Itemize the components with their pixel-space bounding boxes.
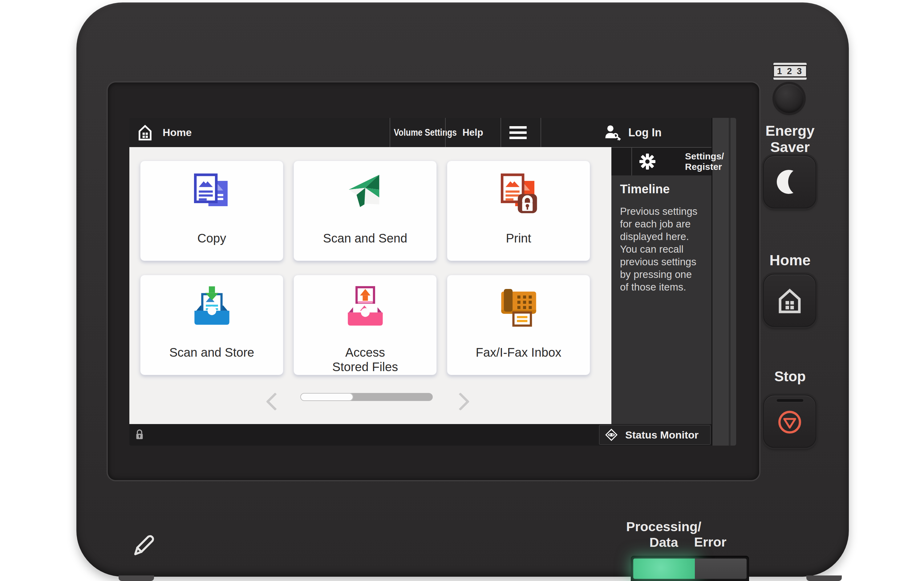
settings-register-button[interactable]: Settings/ Register bbox=[633, 148, 711, 175]
led-strip bbox=[631, 556, 749, 581]
status-monitor-label: Status Monitor bbox=[625, 425, 698, 444]
status-monitor-icon bbox=[604, 427, 619, 443]
paper-plane-icon bbox=[339, 170, 391, 222]
device-foot-right bbox=[806, 576, 842, 581]
stylus-pen-icon bbox=[129, 531, 158, 560]
moon-icon bbox=[775, 167, 805, 197]
secure-print-icon bbox=[492, 170, 545, 222]
stop-button[interactable] bbox=[763, 395, 816, 448]
tile-label: Access Stored Files bbox=[294, 345, 436, 374]
stop-button-indicator-slot bbox=[777, 399, 803, 402]
tile-fax-inbox[interactable]: Fax/I-Fax Inbox bbox=[447, 275, 590, 375]
tile-scan-and-send[interactable]: Scan and Send bbox=[294, 161, 437, 261]
volume-settings-button[interactable]: Volume Settings bbox=[394, 118, 441, 147]
stop-icon bbox=[774, 408, 805, 439]
inbox-upload-icon bbox=[339, 284, 391, 336]
tile-print[interactable]: Print bbox=[447, 161, 590, 261]
gear-icon bbox=[638, 152, 657, 171]
tile-scan-and-store[interactable]: Scan and Store bbox=[140, 275, 283, 375]
tile-label: Scan and Send bbox=[294, 231, 436, 245]
inbox-download-icon bbox=[186, 284, 238, 336]
page-next-chevron[interactable] bbox=[451, 392, 469, 410]
settings-register-label: Settings/ bbox=[685, 151, 724, 161]
fax-machine-icon bbox=[492, 284, 545, 336]
processing-data-led bbox=[633, 558, 695, 579]
timeline-title: Timeline bbox=[620, 182, 670, 196]
stop-key-label: Stop bbox=[748, 368, 832, 385]
tile-copy[interactable]: Copy bbox=[140, 161, 283, 261]
settings-register-row: Settings/ Register bbox=[611, 147, 711, 175]
home-key-label: Home bbox=[748, 252, 832, 269]
home-screen-main-area: Copy Scan and Send bbox=[129, 147, 611, 424]
home-icon bbox=[136, 123, 154, 141]
sensor-knob bbox=[775, 84, 804, 113]
screen-bottombar: Status Monitor bbox=[129, 424, 711, 446]
energy-saver-label: Energy Saver bbox=[748, 122, 832, 155]
device-foot-left bbox=[119, 576, 154, 581]
error-led bbox=[695, 558, 747, 579]
tile-access-stored-files[interactable]: Access Stored Files bbox=[294, 275, 437, 375]
home-key-icon bbox=[774, 285, 805, 316]
numeric-keypad-label: 1 2 3 bbox=[773, 65, 808, 78]
energy-saver-button[interactable] bbox=[763, 155, 816, 208]
screen-title: Home bbox=[163, 118, 191, 147]
tile-label: Fax/I-Fax Inbox bbox=[447, 345, 590, 360]
divider bbox=[500, 118, 501, 147]
tile-label: Print bbox=[447, 231, 590, 245]
screen-topbar: Home Volume Settings Help Log In bbox=[129, 118, 711, 147]
divider bbox=[389, 118, 390, 147]
login-button[interactable]: Log In bbox=[628, 118, 662, 147]
error-label: Error bbox=[676, 535, 744, 550]
help-button[interactable]: Help bbox=[445, 118, 500, 147]
divider bbox=[541, 118, 541, 147]
home-button[interactable] bbox=[763, 274, 816, 327]
login-icon bbox=[604, 124, 622, 142]
numeric-keypad-indicator: 1 2 3 bbox=[773, 63, 807, 80]
page-previous-chevron[interactable] bbox=[266, 392, 284, 410]
tile-label: Copy bbox=[140, 231, 283, 245]
touchscreen[interactable]: Home Volume Settings Help Log In bbox=[129, 118, 736, 446]
timeline-panel: Timeline Previous settings for each job … bbox=[611, 175, 711, 424]
tile-label: Scan and Store bbox=[140, 345, 283, 360]
printer-control-panel: Home Volume Settings Help Log In bbox=[0, 0, 924, 581]
copy-documents-icon bbox=[186, 170, 238, 222]
status-monitor-button[interactable]: Status Monitor bbox=[599, 425, 711, 445]
timeline-description: Previous settings for each job are displ… bbox=[620, 205, 710, 293]
menu-icon bbox=[510, 126, 527, 128]
menu-button[interactable] bbox=[510, 126, 527, 142]
page-scrollbar-thumb[interactable] bbox=[300, 393, 353, 401]
sidebar-empty-cell bbox=[611, 148, 632, 175]
lock-icon bbox=[133, 428, 146, 441]
